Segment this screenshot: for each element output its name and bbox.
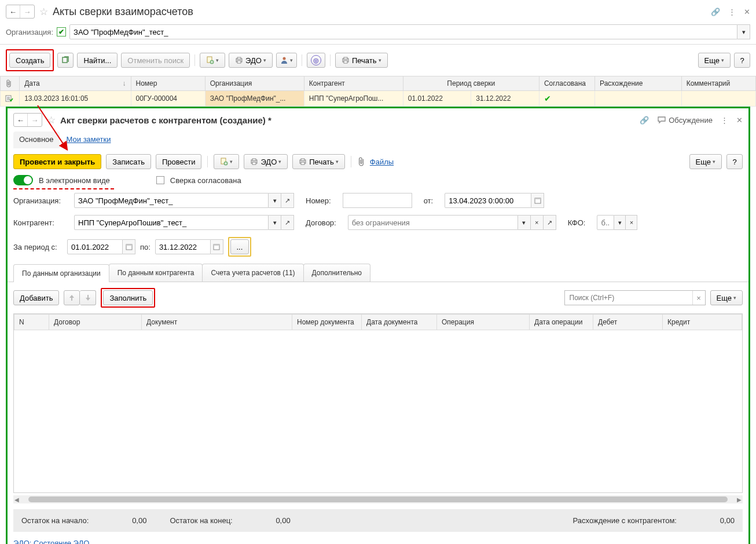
- move-up-button[interactable]: [64, 290, 80, 305]
- open-ext-icon[interactable]: ↗: [281, 193, 294, 208]
- create-button[interactable]: Создать: [9, 53, 50, 68]
- kebab-icon[interactable]: ⋮: [721, 116, 728, 125]
- open-ext-icon[interactable]: ↗: [281, 215, 294, 230]
- post-close-button[interactable]: Провести и закрыть: [13, 154, 101, 169]
- edo-state-link[interactable]: ЭДО: Состояние ЭДО: [13, 539, 89, 544]
- back-icon[interactable]: ←: [6, 5, 20, 18]
- col-number[interactable]: Номер: [131, 76, 205, 91]
- arrow-up-icon: [69, 294, 75, 301]
- calendar-icon[interactable]: [123, 239, 135, 254]
- col-org[interactable]: Организация: [205, 76, 304, 91]
- attachment-column[interactable]: [1, 76, 20, 91]
- dropdown-chevron-icon[interactable]: ▾: [269, 193, 281, 208]
- empty-table-body[interactable]: [14, 330, 742, 492]
- col-n[interactable]: N: [14, 315, 49, 330]
- table-row[interactable]: 13.03.2023 16:01:05 00ГУ-000004 ЗАО "Про…: [1, 91, 756, 107]
- col-period[interactable]: Период сверки: [403, 76, 539, 91]
- edo-button[interactable]: ЭДО ▾: [229, 53, 273, 68]
- kebab-icon[interactable]: ⋮: [728, 8, 736, 16]
- col-counterparty[interactable]: Контрагент: [304, 76, 403, 91]
- dropdown-chevron-icon[interactable]: ▾: [614, 215, 626, 230]
- tab-org-data[interactable]: По данным организации: [13, 264, 109, 282]
- help-button[interactable]: ?: [726, 154, 743, 169]
- link-icon[interactable]: 🔗: [711, 8, 720, 16]
- close-icon[interactable]: ✕: [744, 8, 750, 16]
- dropdown-chevron-icon[interactable]: ▾: [737, 24, 750, 39]
- col-contract[interactable]: Договор: [49, 315, 142, 330]
- open-ext-icon[interactable]: ↗: [544, 215, 556, 230]
- close-icon[interactable]: ✕: [736, 116, 743, 125]
- discussion-button[interactable]: Обсуждение: [657, 116, 713, 125]
- more-button[interactable]: Еще▾: [710, 290, 743, 305]
- dropdown-chevron-icon[interactable]: ▾: [269, 215, 281, 230]
- tab-additional[interactable]: Дополнительно: [303, 264, 370, 282]
- period-picker-button[interactable]: ...: [230, 239, 249, 254]
- tab-accounts[interactable]: Счета учета расчетов (11): [202, 264, 303, 282]
- col-approved[interactable]: Согласована: [539, 76, 594, 91]
- col-date[interactable]: Дата↓: [20, 76, 131, 91]
- forward-icon[interactable]: →: [28, 114, 42, 126]
- contract-input[interactable]: [348, 215, 518, 230]
- nav-back-forward[interactable]: ← →: [13, 113, 42, 127]
- dropdown-chevron-icon[interactable]: ▾: [518, 215, 531, 230]
- date-input[interactable]: [445, 193, 531, 208]
- search-input[interactable]: [565, 291, 692, 305]
- tab-cp-data[interactable]: По данным контрагента: [109, 264, 203, 282]
- org-checkbox[interactable]: ✔: [57, 27, 66, 36]
- tab-notes[interactable]: Мои заметки: [61, 132, 117, 148]
- find-button[interactable]: Найти...: [77, 53, 118, 68]
- favorite-star-icon[interactable]: ☆: [47, 114, 56, 126]
- stamp-button[interactable]: ◎: [307, 53, 325, 68]
- counterparty-input[interactable]: [74, 215, 269, 230]
- col-document[interactable]: Документ: [142, 315, 292, 330]
- approved-checkbox[interactable]: [156, 176, 164, 184]
- clear-icon[interactable]: ×: [626, 215, 637, 230]
- col-debit[interactable]: Дебет: [593, 315, 663, 330]
- col-divergence[interactable]: Расхождение: [595, 76, 682, 91]
- post-button[interactable]: Провести: [156, 154, 202, 169]
- help-button[interactable]: ?: [734, 53, 750, 68]
- more-button[interactable]: Еще▾: [689, 154, 722, 169]
- tab-main[interactable]: Основное: [13, 132, 60, 148]
- nav-back-forward[interactable]: ← →: [6, 5, 35, 19]
- create-from-button[interactable]: ▾: [200, 53, 225, 68]
- link-icon[interactable]: 🔗: [640, 116, 649, 125]
- cancel-search-button[interactable]: Отменить поиск: [121, 53, 190, 68]
- period-from-input[interactable]: [67, 239, 123, 254]
- org-input[interactable]: [74, 193, 269, 208]
- electronic-toggle[interactable]: [13, 175, 33, 185]
- print-button[interactable]: Печать▾: [292, 154, 345, 169]
- col-comment[interactable]: Комментарий: [681, 76, 755, 91]
- col-op-date[interactable]: Дата операции: [530, 315, 593, 330]
- favorite-star-icon[interactable]: ☆: [39, 6, 48, 18]
- clear-search-icon[interactable]: ×: [692, 291, 705, 305]
- kfo-input[interactable]: [597, 215, 614, 230]
- edo-button[interactable]: ЭДО▾: [244, 154, 288, 169]
- more-button[interactable]: Еще▾: [698, 53, 731, 68]
- clear-icon[interactable]: ×: [531, 215, 544, 230]
- period-to-input[interactable]: [155, 239, 211, 254]
- org-dropdown[interactable]: [69, 24, 737, 39]
- col-credit[interactable]: Кредит: [663, 315, 742, 330]
- col-doc-number[interactable]: Номер документа: [292, 315, 362, 330]
- add-row-button[interactable]: Добавить: [13, 290, 59, 305]
- calendar-icon[interactable]: [211, 239, 223, 254]
- back-icon[interactable]: ←: [14, 114, 28, 126]
- print-button[interactable]: Печать ▾: [335, 53, 388, 68]
- create-from-button[interactable]: ▾: [214, 154, 239, 169]
- move-down-button[interactable]: [80, 290, 96, 305]
- scroll-left-icon[interactable]: ◀: [13, 496, 20, 503]
- scroll-right-icon[interactable]: ▶: [736, 496, 743, 503]
- col-operation[interactable]: Операция: [437, 315, 530, 330]
- calendar-icon[interactable]: [531, 193, 544, 208]
- copy-button[interactable]: [57, 53, 74, 68]
- scrollbar-thumb[interactable]: [28, 496, 728, 502]
- col-doc-date[interactable]: Дата документа: [362, 315, 437, 330]
- horizontal-scrollbar[interactable]: ◀ ▶: [13, 495, 743, 503]
- files-link[interactable]: Файлы: [370, 158, 394, 166]
- number-input[interactable]: [343, 193, 412, 208]
- user-button[interactable]: ▾: [276, 53, 297, 68]
- forward-icon[interactable]: →: [20, 5, 34, 18]
- fill-button[interactable]: Заполнить: [103, 290, 153, 305]
- save-button[interactable]: Записать: [106, 154, 151, 169]
